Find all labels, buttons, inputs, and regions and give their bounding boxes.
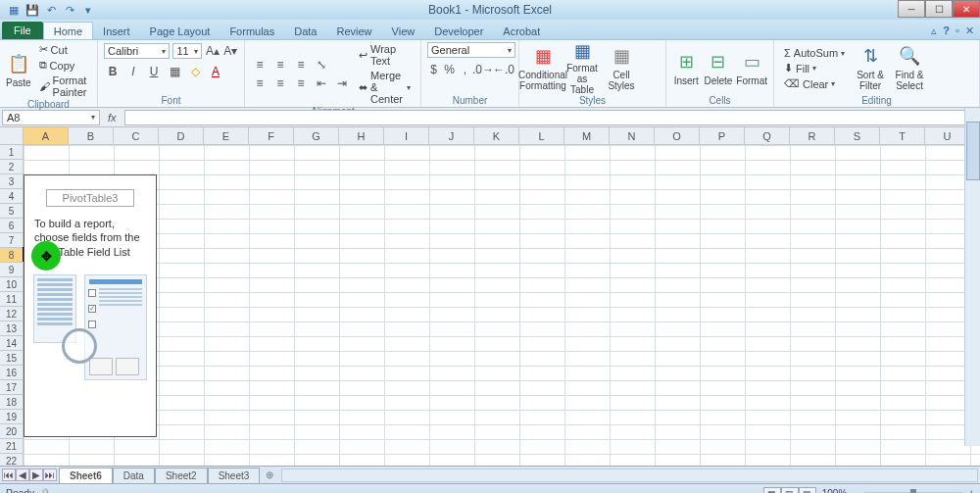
window-close-icon[interactable]: ✕: [965, 25, 974, 37]
border-button[interactable]: ▦: [166, 63, 183, 80]
align-right-icon[interactable]: ≡: [292, 74, 310, 92]
row-header-2[interactable]: 2: [0, 160, 24, 174]
row-header-12[interactable]: 12: [0, 307, 24, 321]
col-header-D[interactable]: D: [159, 127, 204, 145]
align-middle-icon[interactable]: ≡: [271, 56, 289, 74]
sheet-tab-0[interactable]: Sheet6: [59, 468, 113, 483]
fill-button[interactable]: ⬇Fill▾: [780, 61, 849, 75]
worksheet-grid[interactable]: ABCDEFGHIJKLMNOPQRSTU 123456789101112131…: [0, 127, 980, 466]
decrease-font-icon[interactable]: A▾: [223, 42, 238, 60]
wrap-text-button[interactable]: ↩Wrap Text: [355, 42, 415, 68]
tab-file[interactable]: File: [2, 22, 43, 39]
col-header-K[interactable]: K: [474, 127, 519, 145]
insert-cells-button[interactable]: ⊞Insert: [672, 44, 700, 93]
formula-input[interactable]: [124, 110, 978, 125]
italic-button[interactable]: I: [124, 63, 142, 80]
fx-icon[interactable]: fx: [102, 112, 122, 123]
zoom-in-icon[interactable]: +: [968, 488, 974, 493]
row-header-1[interactable]: 1: [0, 145, 24, 160]
conditional-formatting-button[interactable]: ▦Conditional Formatting: [525, 44, 561, 93]
currency-icon[interactable]: $: [427, 61, 440, 78]
view-break-icon[interactable]: ▤: [799, 487, 816, 494]
name-box[interactable]: A8▾: [2, 110, 100, 125]
tab-home[interactable]: Home: [43, 22, 93, 39]
col-header-P[interactable]: P: [700, 127, 745, 145]
qat-dropdown-icon[interactable]: ▾: [80, 2, 96, 18]
col-header-J[interactable]: J: [429, 127, 474, 145]
font-size-select[interactable]: 11▾: [172, 43, 202, 59]
help-icon[interactable]: ?: [943, 25, 950, 37]
increase-font-icon[interactable]: A▴: [205, 42, 220, 60]
col-header-E[interactable]: E: [204, 127, 249, 145]
cut-button[interactable]: ✂Cut: [35, 42, 91, 57]
paste-button[interactable]: 📋 Paste: [6, 46, 31, 95]
cell-styles-button[interactable]: ▦Cell Styles: [604, 44, 639, 93]
col-header-S[interactable]: S: [835, 127, 880, 145]
font-name-select[interactable]: Calibri▾: [104, 43, 170, 59]
minimize-button[interactable]: ─: [898, 0, 925, 18]
redo-icon[interactable]: ↷: [62, 2, 77, 18]
tab-insert[interactable]: Insert: [93, 23, 140, 39]
row-header-17[interactable]: 17: [0, 380, 24, 395]
sheet-nav-last-icon[interactable]: ⏭: [43, 468, 57, 481]
pivottable-placeholder[interactable]: PivotTable3 To build a report, choose fi…: [24, 174, 157, 437]
indent-decrease-icon[interactable]: ⇤: [313, 74, 330, 92]
col-header-F[interactable]: F: [249, 127, 294, 145]
col-header-N[interactable]: N: [610, 127, 655, 145]
undo-icon[interactable]: ↶: [43, 2, 59, 18]
col-header-H[interactable]: H: [339, 127, 384, 145]
vertical-scrollbar[interactable]: [964, 108, 980, 446]
bold-button[interactable]: B: [104, 63, 122, 80]
col-header-I[interactable]: I: [384, 127, 429, 145]
format-painter-button[interactable]: 🖌Format Painter: [35, 74, 91, 99]
row-header-3[interactable]: 3: [0, 174, 24, 189]
align-left-icon[interactable]: ≡: [251, 74, 269, 92]
sort-filter-button[interactable]: ⇅Sort & Filter: [853, 44, 888, 93]
row-header-6[interactable]: 6: [0, 219, 24, 233]
sheet-nav-next-icon[interactable]: ▶: [29, 468, 43, 481]
sheet-nav-prev-icon[interactable]: ◀: [16, 468, 29, 481]
tab-acrobat[interactable]: Acrobat: [493, 23, 550, 39]
align-center-icon[interactable]: ≡: [271, 74, 289, 92]
sheet-tab-2[interactable]: Sheet2: [155, 468, 208, 483]
col-header-A[interactable]: A: [24, 127, 69, 145]
sheet-tab-3[interactable]: Sheet3: [208, 468, 261, 483]
row-header-16[interactable]: 16: [0, 366, 24, 380]
row-header-11[interactable]: 11: [0, 292, 24, 307]
zoom-level[interactable]: 100%: [822, 488, 848, 493]
align-bottom-icon[interactable]: ≡: [292, 56, 310, 74]
clear-button[interactable]: ⌫Clear▾: [780, 76, 849, 91]
col-header-T[interactable]: T: [880, 127, 925, 145]
row-header-9[interactable]: 9: [0, 263, 24, 277]
fill-color-button[interactable]: ◇: [186, 63, 204, 80]
copy-button[interactable]: ⧉Copy: [35, 58, 91, 73]
row-header-7[interactable]: 7: [0, 233, 24, 248]
orientation-icon[interactable]: ⤡: [313, 56, 330, 74]
row-header-19[interactable]: 19: [0, 410, 24, 424]
save-icon[interactable]: 💾: [24, 2, 40, 18]
percent-icon[interactable]: %: [443, 61, 456, 78]
row-header-10[interactable]: 10: [0, 277, 24, 292]
window-restore-icon[interactable]: ▫: [956, 25, 959, 37]
comma-icon[interactable]: ,: [459, 61, 471, 78]
row-header-5[interactable]: 5: [0, 204, 24, 219]
underline-button[interactable]: U: [145, 63, 163, 80]
tab-page-layout[interactable]: Page Layout: [140, 23, 220, 39]
new-sheet-icon[interactable]: ⊕: [260, 469, 279, 480]
find-select-button[interactable]: 🔍Find & Select: [892, 44, 927, 93]
delete-cells-button[interactable]: ⊟Delete: [704, 44, 732, 93]
sheet-nav-first-icon[interactable]: ⏮: [2, 468, 16, 481]
row-header-21[interactable]: 21: [0, 439, 24, 454]
tab-view[interactable]: View: [382, 23, 425, 39]
tab-data[interactable]: Data: [284, 23, 326, 39]
row-header-20[interactable]: 20: [0, 424, 24, 439]
select-all-corner[interactable]: [0, 127, 24, 145]
tab-formulas[interactable]: Formulas: [220, 23, 284, 39]
tab-developer[interactable]: Developer: [424, 23, 493, 39]
indent-increase-icon[interactable]: ⇥: [333, 74, 351, 92]
zoom-out-icon[interactable]: −: [853, 488, 858, 493]
col-header-C[interactable]: C: [114, 127, 159, 145]
maximize-button[interactable]: ☐: [925, 0, 953, 18]
col-header-G[interactable]: G: [294, 127, 339, 145]
merge-center-button[interactable]: ⬌Merge & Center▾: [355, 69, 415, 106]
